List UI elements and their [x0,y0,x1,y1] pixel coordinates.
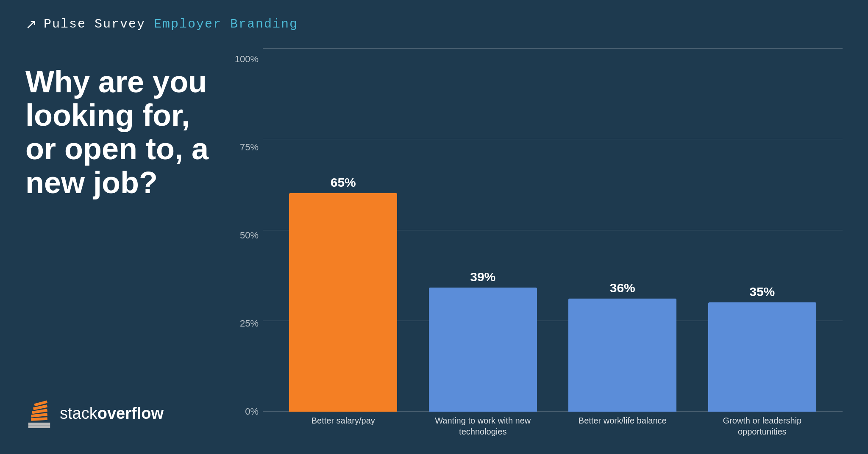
header-text: Pulse Survey Employer Branding [44,17,298,31]
header: ↗ Pulse Survey Employer Branding [0,0,868,40]
y-label-100: 100% [235,54,259,65]
bar-group-salary: 65% [280,48,407,412]
pulse-survey-label: Pulse Survey [44,17,145,31]
bar-value-worklife: 36% [610,281,635,295]
bar-group-growth: 35% [699,48,826,412]
bar-wrapper-technologies: 39% [420,270,547,412]
question-title: Why are you looking for, or open to, a n… [25,65,212,199]
bar-growth [708,302,816,412]
chart-container: 100% 75% 50% 25% 0% 65% [237,48,843,437]
bar-value-growth: 35% [749,285,775,299]
y-label-0: 0% [245,406,259,417]
x-axis-labels: Better salary/pay Wanting to work with n… [263,412,843,437]
logo-area: stackoverflow [25,398,212,429]
svg-rect-1 [28,425,50,428]
svg-rect-0 [28,423,50,425]
chart-area: 100% 75% 50% 25% 0% 65% [229,48,843,437]
bar-group-technologies: 39% [420,48,547,412]
y-label-75: 75% [240,142,259,153]
employer-branding-label: Employer Branding [154,17,298,31]
x-label-worklife: Better work/life balance [559,412,686,437]
trend-icon: ↗ [25,17,37,31]
y-label-50: 50% [240,230,259,241]
bars-container: 65% 39% 36% [263,48,843,412]
x-label-technologies: Wanting to work with new technologies [420,412,547,437]
bar-value-salary: 65% [331,175,356,190]
x-label-growth: Growth or leadership opportunities [699,412,826,437]
bar-wrapper-worklife: 36% [559,281,686,412]
bar-technologies [429,288,537,412]
bar-salary [289,193,397,412]
bar-value-technologies: 39% [470,270,495,284]
y-axis-labels: 100% 75% 50% 25% 0% [237,48,263,412]
svg-rect-2 [31,417,47,421]
stackoverflow-logo-icon [25,398,53,429]
main-content: Why are you looking for, or open to, a n… [0,40,868,454]
left-panel: Why are you looking for, or open to, a n… [25,48,212,437]
stack-text: stack [60,404,97,422]
overflow-text: overflow [97,404,164,422]
x-label-salary: Better salary/pay [280,412,407,437]
bar-wrapper-salary: 65% [280,175,407,412]
bar-wrapper-growth: 35% [699,285,826,412]
stackoverflow-text: stackoverflow [60,404,164,423]
y-label-25: 25% [240,318,259,329]
bar-group-worklife: 36% [559,48,686,412]
bar-worklife [568,299,676,412]
